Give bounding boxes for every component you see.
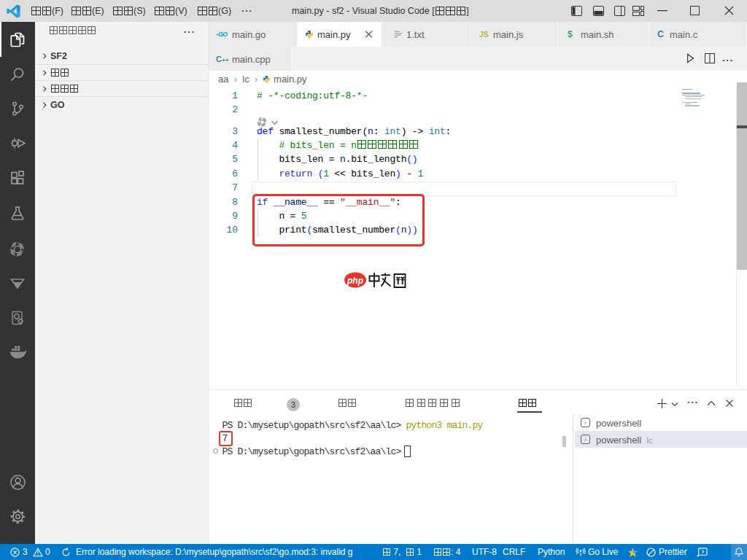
svg-text:php: php — [347, 276, 363, 286]
